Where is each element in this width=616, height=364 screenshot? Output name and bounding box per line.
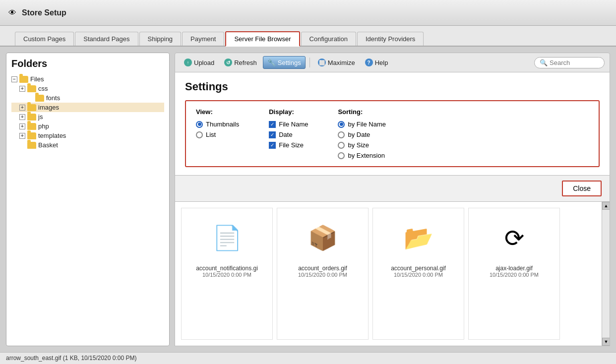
folder-item-js[interactable]: +js [11,112,164,121]
settings-panel: Settings View: Thumbnails List D [175,72,610,176]
display-filename-option[interactable]: ✓ File Name [269,121,308,128]
list-radio[interactable] [196,131,203,138]
thumbnails-area: 📄account_notifications.gi10/15/2020 0:00… [175,202,610,346]
search-icon: 🔍 [540,59,548,66]
tab-payment[interactable]: Payment [182,32,224,46]
display-label: Display: [269,108,308,116]
folder-toggle[interactable]: + [19,123,25,129]
status-text: arrow_south_east.gif (1 KB, 10/15/2020 0… [6,355,137,362]
help-label: Help [375,59,388,66]
date-checkbox[interactable]: ✓ [269,131,276,138]
scroll-track[interactable] [602,210,610,338]
thumbnail-image: 📄 [202,213,252,263]
scroll-down-button[interactable]: ▼ [602,338,610,346]
folder-toggle[interactable]: + [19,114,25,120]
search-input[interactable] [550,59,599,66]
folder-item-files[interactable]: −Files [11,74,164,84]
thumbnail-label: account_notifications.gi [196,265,258,272]
folder-item-basket[interactable]: Basket [11,140,164,150]
view-thumbnails-option[interactable]: Thumbnails [196,121,239,128]
folder-item-images[interactable]: +images [11,103,164,112]
maximize-button[interactable]: ⬜ Maximize [314,57,359,68]
maximize-icon: ⬜ [318,59,326,66]
tab-standard-pages[interactable]: Standard Pages [75,32,138,46]
upload-button[interactable]: ↑ Upload [180,57,218,68]
title-bar: 👁 Store Setup [0,0,616,26]
tab-configuration[interactable]: Configuration [301,32,356,46]
sort-filename-label: by File Name [348,121,386,128]
tab-server-file-browser[interactable]: Server File Browser [225,31,300,47]
folder-icon [27,132,36,139]
folder-icon [27,85,36,92]
sorting-column: Sorting: by File Name by Date by Size [338,108,386,159]
folder-item-fonts[interactable]: fonts [11,93,164,103]
folder-toggle[interactable]: + [19,105,25,111]
sort-extension-radio[interactable] [338,152,345,159]
tab-identity-providers[interactable]: Identity Providers [357,32,424,46]
refresh-label: Refresh [234,59,257,66]
folder-item-php[interactable]: +php [11,121,164,131]
thumbnail-item[interactable]: 📄account_notifications.gi10/15/2020 0:00… [181,208,273,340]
thumbnail-item[interactable]: ⟳ajax-loader.gif10/15/2020 0:00 PM [468,208,560,340]
sorting-label: Sorting: [338,108,386,116]
folder-item-css[interactable]: +css [11,84,164,93]
filesize-checkbox[interactable]: ✓ [269,142,276,149]
sort-size-option[interactable]: by Size [338,141,386,149]
folder-toggle[interactable]: + [19,86,25,92]
refresh-button[interactable]: ↺ Refresh [220,57,261,68]
display-date-option[interactable]: ✓ Date [269,131,308,138]
sort-date-radio[interactable] [338,131,345,138]
settings-button[interactable]: 🔧 Settings [263,56,306,69]
refresh-icon: ↺ [224,59,232,66]
thumbnail-label: ajax-loader.gif [495,265,533,272]
tab-shipping[interactable]: Shipping [139,32,182,46]
maximize-label: Maximize [328,59,355,66]
filename-label: File Name [279,121,308,128]
tab-custom-pages[interactable]: Custom Pages [15,32,74,46]
settings-box: View: Thumbnails List Display: ✓ [185,100,600,167]
thumbnail-item[interactable]: 📦account_orders.gif10/15/2020 0:00 PM [277,208,369,340]
folder-toggle[interactable]: + [19,133,25,139]
thumbnails-grid: 📄account_notifications.gi10/15/2020 0:00… [175,202,602,346]
thumbnail-label: account_orders.gif [298,265,347,272]
folder-toggle[interactable]: − [11,76,17,82]
thumbnail-date: 10/15/2020 0:00 PM [202,272,251,278]
app-title: Store Setup [22,8,66,17]
help-button[interactable]: ? Help [361,57,392,68]
settings-icon: 🔧 [267,59,276,66]
view-list-option[interactable]: List [196,131,239,138]
toolbar: ↑ Upload ↺ Refresh 🔧 Settings ⬜ Maximize… [175,53,610,72]
settings-label: Settings [278,59,301,66]
folder-icon [35,95,44,102]
sort-size-radio[interactable] [338,142,345,149]
upload-label: Upload [194,59,214,66]
scroll-up-button[interactable]: ▲ [602,202,610,210]
sort-date-option[interactable]: by Date [338,131,386,138]
toolbar-separator [309,58,310,67]
folder-label: fonts [46,94,60,102]
upload-icon: ↑ [184,59,192,66]
scrollbar[interactable]: ▲ ▼ [602,202,610,346]
folder-icon [27,123,36,130]
folder-label: templates [38,132,66,139]
folder-item-templates[interactable]: +templates [11,131,164,140]
thumbnail-item[interactable]: 📂account_personal.gif10/15/2020 0:00 PM [372,208,464,340]
filename-checkbox[interactable]: ✓ [269,121,276,128]
sort-filename-option[interactable]: by File Name [338,121,386,128]
sort-extension-option[interactable]: by Extension [338,152,386,159]
store-setup-icon: 👁 [7,7,18,18]
close-btn-row: Close [175,176,610,202]
thumbnail-image: 📂 [394,213,443,263]
thumbnails-radio[interactable] [196,121,203,128]
sort-filename-radio[interactable] [338,121,345,128]
folder-label: css [38,85,48,92]
display-filesize-option[interactable]: ✓ File Size [269,141,308,149]
list-label: List [206,131,216,138]
search-box[interactable]: 🔍 [534,57,605,68]
thumbnails-label: Thumbnails [206,121,239,128]
folder-tree: −Files+cssfonts+images+js+php+templatesB… [11,74,164,150]
thumbnail-date: 10/15/2020 0:00 PM [490,272,539,278]
close-button[interactable]: Close [562,181,602,196]
view-label: View: [196,108,239,116]
right-panel: ↑ Upload ↺ Refresh 🔧 Settings ⬜ Maximize… [175,53,610,346]
